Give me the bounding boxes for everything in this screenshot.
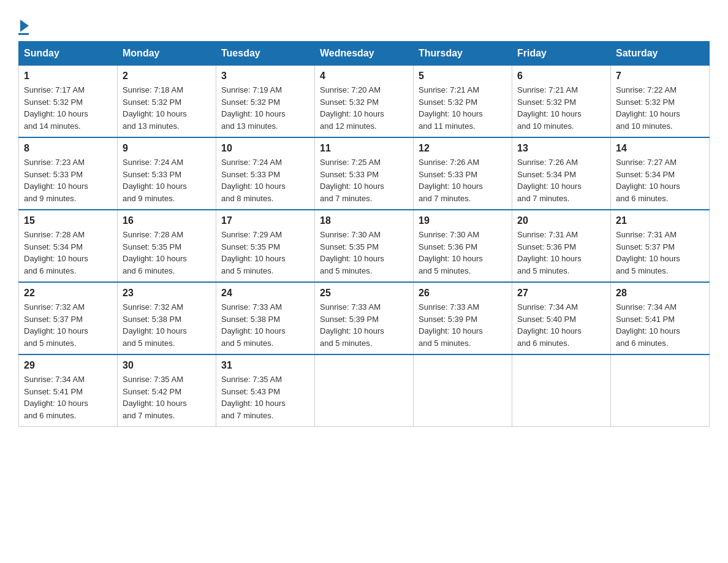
day-info: Sunrise: 7:33 AM Sunset: 5:39 PM Dayligh… bbox=[320, 301, 408, 349]
logo bbox=[18, 18, 29, 35]
weekday-header-sunday: Sunday bbox=[19, 42, 118, 66]
day-number: 1 bbox=[24, 71, 112, 82]
calendar-cell: 31 Sunrise: 7:35 AM Sunset: 5:43 PM Dayl… bbox=[216, 354, 315, 427]
day-number: 22 bbox=[24, 288, 112, 299]
calendar-week-row: 15 Sunrise: 7:28 AM Sunset: 5:34 PM Dayl… bbox=[19, 210, 710, 282]
calendar-cell: 20 Sunrise: 7:31 AM Sunset: 5:36 PM Dayl… bbox=[512, 210, 611, 282]
calendar-cell: 1 Sunrise: 7:17 AM Sunset: 5:32 PM Dayli… bbox=[19, 66, 118, 138]
calendar-week-row: 22 Sunrise: 7:32 AM Sunset: 5:37 PM Dayl… bbox=[19, 282, 710, 354]
day-number: 28 bbox=[616, 288, 704, 299]
day-info: Sunrise: 7:33 AM Sunset: 5:38 PM Dayligh… bbox=[221, 301, 309, 349]
day-info: Sunrise: 7:19 AM Sunset: 5:32 PM Dayligh… bbox=[221, 84, 309, 132]
calendar-table: SundayMondayTuesdayWednesdayThursdayFrid… bbox=[18, 41, 710, 427]
day-info: Sunrise: 7:21 AM Sunset: 5:32 PM Dayligh… bbox=[517, 84, 605, 132]
calendar-week-row: 1 Sunrise: 7:17 AM Sunset: 5:32 PM Dayli… bbox=[19, 66, 710, 138]
day-info: Sunrise: 7:24 AM Sunset: 5:33 PM Dayligh… bbox=[221, 156, 309, 204]
calendar-cell: 17 Sunrise: 7:29 AM Sunset: 5:35 PM Dayl… bbox=[216, 210, 315, 282]
weekday-header-row: SundayMondayTuesdayWednesdayThursdayFrid… bbox=[19, 42, 710, 66]
day-info: Sunrise: 7:32 AM Sunset: 5:38 PM Dayligh… bbox=[123, 301, 211, 349]
day-number: 9 bbox=[123, 143, 211, 154]
weekday-header-friday: Friday bbox=[512, 42, 611, 66]
day-number: 10 bbox=[221, 143, 309, 154]
day-number: 29 bbox=[24, 360, 112, 371]
day-number: 4 bbox=[320, 71, 408, 82]
day-number: 16 bbox=[123, 215, 211, 226]
calendar-cell: 15 Sunrise: 7:28 AM Sunset: 5:34 PM Dayl… bbox=[19, 210, 118, 282]
calendar-cell: 2 Sunrise: 7:18 AM Sunset: 5:32 PM Dayli… bbox=[118, 66, 216, 138]
day-info: Sunrise: 7:27 AM Sunset: 5:34 PM Dayligh… bbox=[616, 156, 704, 204]
day-number: 17 bbox=[221, 215, 309, 226]
day-number: 27 bbox=[517, 288, 605, 299]
day-info: Sunrise: 7:21 AM Sunset: 5:32 PM Dayligh… bbox=[419, 84, 507, 132]
calendar-cell: 30 Sunrise: 7:35 AM Sunset: 5:42 PM Dayl… bbox=[118, 354, 216, 427]
day-info: Sunrise: 7:24 AM Sunset: 5:33 PM Dayligh… bbox=[123, 156, 211, 204]
day-info: Sunrise: 7:33 AM Sunset: 5:39 PM Dayligh… bbox=[419, 301, 507, 349]
logo-blue-part bbox=[18, 18, 29, 32]
day-number: 20 bbox=[517, 215, 605, 226]
calendar-cell: 4 Sunrise: 7:20 AM Sunset: 5:32 PM Dayli… bbox=[315, 66, 414, 138]
day-number: 12 bbox=[419, 143, 507, 154]
weekday-header-tuesday: Tuesday bbox=[216, 42, 315, 66]
day-number: 3 bbox=[221, 71, 309, 82]
calendar-cell: 8 Sunrise: 7:23 AM Sunset: 5:33 PM Dayli… bbox=[19, 137, 118, 210]
day-number: 25 bbox=[320, 288, 408, 299]
day-info: Sunrise: 7:30 AM Sunset: 5:36 PM Dayligh… bbox=[419, 229, 507, 277]
day-info: Sunrise: 7:35 AM Sunset: 5:42 PM Dayligh… bbox=[123, 373, 211, 421]
calendar-week-row: 8 Sunrise: 7:23 AM Sunset: 5:33 PM Dayli… bbox=[19, 137, 710, 210]
calendar-cell: 25 Sunrise: 7:33 AM Sunset: 5:39 PM Dayl… bbox=[315, 282, 414, 354]
weekday-header-wednesday: Wednesday bbox=[315, 42, 414, 66]
day-info: Sunrise: 7:23 AM Sunset: 5:33 PM Dayligh… bbox=[24, 156, 112, 204]
calendar-cell: 14 Sunrise: 7:27 AM Sunset: 5:34 PM Dayl… bbox=[611, 137, 710, 210]
day-number: 31 bbox=[221, 360, 309, 371]
day-number: 2 bbox=[123, 71, 211, 82]
calendar-cell: 23 Sunrise: 7:32 AM Sunset: 5:38 PM Dayl… bbox=[118, 282, 216, 354]
calendar-cell bbox=[512, 354, 611, 427]
day-number: 6 bbox=[517, 71, 605, 82]
day-number: 13 bbox=[517, 143, 605, 154]
day-info: Sunrise: 7:34 AM Sunset: 5:40 PM Dayligh… bbox=[517, 301, 605, 349]
calendar-cell: 24 Sunrise: 7:33 AM Sunset: 5:38 PM Dayl… bbox=[216, 282, 315, 354]
day-number: 15 bbox=[24, 215, 112, 226]
day-info: Sunrise: 7:34 AM Sunset: 5:41 PM Dayligh… bbox=[616, 301, 704, 349]
day-info: Sunrise: 7:29 AM Sunset: 5:35 PM Dayligh… bbox=[221, 229, 309, 277]
weekday-header-saturday: Saturday bbox=[611, 42, 710, 66]
calendar-cell: 26 Sunrise: 7:33 AM Sunset: 5:39 PM Dayl… bbox=[414, 282, 512, 354]
day-info: Sunrise: 7:28 AM Sunset: 5:34 PM Dayligh… bbox=[24, 229, 112, 277]
calendar-cell: 10 Sunrise: 7:24 AM Sunset: 5:33 PM Dayl… bbox=[216, 137, 315, 210]
calendar-cell: 6 Sunrise: 7:21 AM Sunset: 5:32 PM Dayli… bbox=[512, 66, 611, 138]
day-number: 5 bbox=[419, 71, 507, 82]
calendar-cell: 3 Sunrise: 7:19 AM Sunset: 5:32 PM Dayli… bbox=[216, 66, 315, 138]
day-number: 23 bbox=[123, 288, 211, 299]
weekday-header-thursday: Thursday bbox=[414, 42, 512, 66]
weekday-header-monday: Monday bbox=[118, 42, 216, 66]
day-number: 8 bbox=[24, 143, 112, 154]
logo-arrow-icon bbox=[20, 20, 29, 32]
day-info: Sunrise: 7:17 AM Sunset: 5:32 PM Dayligh… bbox=[24, 84, 112, 132]
calendar-cell: 28 Sunrise: 7:34 AM Sunset: 5:41 PM Dayl… bbox=[611, 282, 710, 354]
calendar-cell: 21 Sunrise: 7:31 AM Sunset: 5:37 PM Dayl… bbox=[611, 210, 710, 282]
day-number: 24 bbox=[221, 288, 309, 299]
day-info: Sunrise: 7:28 AM Sunset: 5:35 PM Dayligh… bbox=[123, 229, 211, 277]
day-number: 14 bbox=[616, 143, 704, 154]
day-info: Sunrise: 7:22 AM Sunset: 5:32 PM Dayligh… bbox=[616, 84, 704, 132]
calendar-cell bbox=[414, 354, 512, 427]
day-info: Sunrise: 7:31 AM Sunset: 5:36 PM Dayligh… bbox=[517, 229, 605, 277]
calendar-cell: 13 Sunrise: 7:26 AM Sunset: 5:34 PM Dayl… bbox=[512, 137, 611, 210]
day-number: 18 bbox=[320, 215, 408, 226]
calendar-cell: 29 Sunrise: 7:34 AM Sunset: 5:41 PM Dayl… bbox=[19, 354, 118, 427]
day-number: 21 bbox=[616, 215, 704, 226]
day-info: Sunrise: 7:20 AM Sunset: 5:32 PM Dayligh… bbox=[320, 84, 408, 132]
day-info: Sunrise: 7:35 AM Sunset: 5:43 PM Dayligh… bbox=[221, 373, 309, 421]
calendar-cell: 9 Sunrise: 7:24 AM Sunset: 5:33 PM Dayli… bbox=[118, 137, 216, 210]
day-info: Sunrise: 7:18 AM Sunset: 5:32 PM Dayligh… bbox=[123, 84, 211, 132]
calendar-cell: 18 Sunrise: 7:30 AM Sunset: 5:35 PM Dayl… bbox=[315, 210, 414, 282]
day-info: Sunrise: 7:32 AM Sunset: 5:37 PM Dayligh… bbox=[24, 301, 112, 349]
calendar-cell: 5 Sunrise: 7:21 AM Sunset: 5:32 PM Dayli… bbox=[414, 66, 512, 138]
calendar-cell: 27 Sunrise: 7:34 AM Sunset: 5:40 PM Dayl… bbox=[512, 282, 611, 354]
day-number: 11 bbox=[320, 143, 408, 154]
calendar-week-row: 29 Sunrise: 7:34 AM Sunset: 5:41 PM Dayl… bbox=[19, 354, 710, 427]
day-info: Sunrise: 7:26 AM Sunset: 5:34 PM Dayligh… bbox=[517, 156, 605, 204]
day-info: Sunrise: 7:25 AM Sunset: 5:33 PM Dayligh… bbox=[320, 156, 408, 204]
calendar-cell bbox=[315, 354, 414, 427]
calendar-cell bbox=[611, 354, 710, 427]
